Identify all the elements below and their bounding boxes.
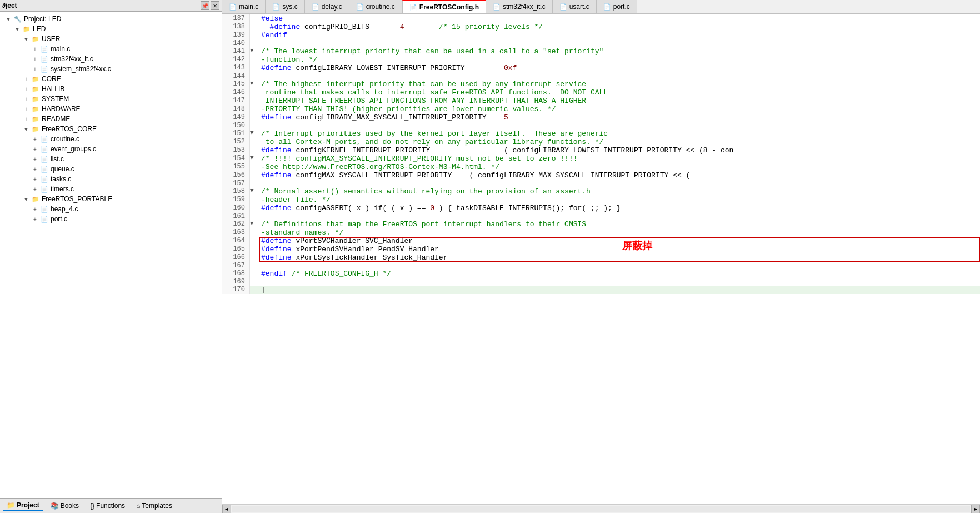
fold-154[interactable]: ▼ bbox=[250, 155, 258, 163]
tree-item-core[interactable]: + 📁 CORE bbox=[0, 74, 222, 84]
tabs-bar: 📄 main.c 📄 sys.c 📄 delay.c 📄 croutine.c … bbox=[222, 0, 980, 14]
tab-books[interactable]: 📚 Books bbox=[47, 500, 82, 511]
code-line-145: /* The highest interrupt priority that c… bbox=[258, 80, 980, 88]
line-num-152: 152 bbox=[222, 138, 250, 146]
expander-led[interactable]: ▼ bbox=[13, 25, 21, 33]
expander-hallib[interactable]: + bbox=[22, 85, 30, 93]
tree-item-system-stm32f4xx-c[interactable]: + 📄 system_stm32f4xx.c bbox=[0, 64, 222, 74]
code-line-157 bbox=[258, 180, 980, 187]
tree-item-hardware[interactable]: + 📁 HARDWARE bbox=[0, 104, 222, 114]
tree-item-hallib[interactable]: + 📁 HALLIB bbox=[0, 84, 222, 94]
expander-stm32f4xx-it-c[interactable]: + bbox=[31, 55, 39, 63]
code-row-146: 146 routine that makes calls to interrup… bbox=[222, 88, 980, 97]
tab-usart-c[interactable]: 📄 usart.c bbox=[553, 0, 597, 13]
line-num-158: 158 bbox=[222, 187, 250, 196]
fold-151[interactable]: ▼ bbox=[250, 130, 258, 138]
expander-queue-c[interactable]: + bbox=[31, 165, 39, 173]
left-panel-header: ∂ject 📌 ✕ bbox=[0, 0, 222, 12]
expander-croutine-c[interactable]: + bbox=[31, 135, 39, 143]
expander-system-stm32f4xx-c[interactable]: + bbox=[31, 65, 39, 73]
folder-icon-led: 📁 bbox=[22, 24, 31, 33]
tab-stm32f4xx-it-c[interactable]: 📄 stm32f4xx_it.c bbox=[486, 0, 553, 13]
code-line-147: INTERRUPT SAFE FREERTOS API FUNCTIONS FR… bbox=[258, 97, 980, 105]
tree-item-led[interactable]: ▼ 📁 LED bbox=[0, 24, 222, 34]
tab-templates[interactable]: ⌂ Templates bbox=[133, 500, 176, 511]
expander-hardware[interactable]: + bbox=[22, 105, 30, 113]
tab-port-c[interactable]: 📄 port.c bbox=[597, 0, 637, 13]
tab-project[interactable]: 📁 Project bbox=[3, 500, 43, 511]
tree-label-tasks-c: tasks.c bbox=[51, 175, 71, 183]
line-num-163: 163 bbox=[222, 228, 250, 237]
expander-readme[interactable]: + bbox=[22, 115, 30, 123]
code-line-144 bbox=[258, 72, 980, 80]
tree-item-main-c[interactable]: + 📄 main.c bbox=[0, 44, 222, 54]
expander-timers-c[interactable]: + bbox=[31, 185, 39, 193]
tab-label-freertosconfig-h: FreeRTOSConfig.h bbox=[419, 3, 479, 11]
tree-item-event-groups-c[interactable]: + 📄 event_groups.c bbox=[0, 144, 222, 154]
folder-icon-freertos-portable: 📁 bbox=[31, 195, 40, 203]
expander-core[interactable]: + bbox=[22, 75, 30, 83]
tree-item-stm32f4xx-it-c[interactable]: + 📄 stm32f4xx_it.c bbox=[0, 54, 222, 64]
tree-item-croutine-c[interactable]: + 📄 croutine.c bbox=[0, 134, 222, 144]
tree-item-readme[interactable]: + 📁 README bbox=[0, 114, 222, 124]
tree-item-queue-c[interactable]: + 📄 queue.c bbox=[0, 164, 222, 174]
file-icon-stm32f4xx-it-c: 📄 bbox=[40, 54, 49, 63]
code-row-155: 155 -See http://www.FreeRTOS.org/RTOS-Co… bbox=[222, 163, 980, 171]
functions-tab-label: Functions bbox=[96, 502, 125, 510]
expander-tasks-c[interactable]: + bbox=[31, 175, 39, 183]
tree-item-project-led[interactable]: ▼ 🔧 Project: LED bbox=[0, 14, 222, 24]
tree-item-freertos-portable[interactable]: ▼ 📁 FreeRTOS_PORTABLE bbox=[0, 194, 222, 204]
scroll-left-arrow[interactable]: ◀ bbox=[222, 505, 231, 514]
fold-158[interactable]: ▼ bbox=[250, 187, 258, 196]
project-tab-icon: 📁 bbox=[7, 501, 15, 509]
expander-system[interactable]: + bbox=[22, 95, 30, 103]
expander-freertos-core[interactable]: ▼ bbox=[22, 125, 30, 133]
project-tab-label: Project bbox=[17, 501, 39, 509]
line-num-161: 161 bbox=[222, 212, 250, 220]
expander-heap-4-c[interactable]: + bbox=[31, 205, 39, 213]
tree-item-system[interactable]: + 📁 SYSTEM bbox=[0, 94, 222, 104]
expander-main-c[interactable]: + bbox=[31, 45, 39, 53]
fold-138 bbox=[250, 23, 258, 31]
expander-event-groups-c[interactable]: + bbox=[31, 145, 39, 153]
fold-141[interactable]: ▼ bbox=[250, 47, 258, 56]
code-area[interactable]: 137 #else 138 #define configPRIO_BITS 4 … bbox=[222, 14, 980, 504]
expander-project-led[interactable]: ▼ bbox=[4, 15, 12, 23]
tab-freertosconfig-h[interactable]: 📄 FreeRTOSConfig.h bbox=[402, 0, 486, 14]
tree-item-timers-c[interactable]: + 📄 timers.c bbox=[0, 184, 222, 194]
tree-item-port-c[interactable]: + 📄 port.c bbox=[0, 214, 222, 224]
horizontal-scrollbar[interactable]: ◀ ▶ bbox=[222, 504, 980, 513]
tab-delay-c[interactable]: 📄 delay.c bbox=[305, 0, 349, 13]
fold-159 bbox=[250, 196, 258, 204]
scroll-right-arrow[interactable]: ▶ bbox=[971, 505, 980, 514]
tab-croutine-c[interactable]: 📄 croutine.c bbox=[349, 0, 402, 13]
expander-port-c[interactable]: + bbox=[31, 215, 39, 223]
fold-165 bbox=[250, 245, 258, 253]
tree-label-heap-4-c: heap_4.c bbox=[51, 205, 78, 213]
tab-sys-c[interactable]: 📄 sys.c bbox=[266, 0, 304, 13]
code-row-159: 159 -header file. */ bbox=[222, 196, 980, 204]
tree-item-tasks-c[interactable]: + 📄 tasks.c bbox=[0, 174, 222, 184]
expander-user[interactable]: ▼ bbox=[22, 35, 30, 43]
file-tab-icon-freertosconfig-h: 📄 bbox=[409, 4, 417, 11]
expander-freertos-portable[interactable]: ▼ bbox=[22, 195, 30, 203]
tab-functions[interactable]: {} Functions bbox=[87, 500, 128, 511]
code-row-164: 164 #define vPortSVCHandler SVC_Handler bbox=[222, 237, 980, 245]
tree-item-list-c[interactable]: + 📄 list.c bbox=[0, 154, 222, 164]
line-num-149: 149 bbox=[222, 113, 250, 122]
scroll-track[interactable] bbox=[232, 506, 970, 512]
tree-item-user[interactable]: ▼ 📁 USER bbox=[0, 34, 222, 44]
close-panel-icon[interactable]: ✕ bbox=[211, 1, 219, 10]
pin-icon[interactable]: 📌 bbox=[201, 1, 209, 10]
tree-item-freertos-core[interactable]: ▼ 📁 FreeRTOS_CORE bbox=[0, 124, 222, 134]
tree-item-heap-4-c[interactable]: + 📄 heap_4.c bbox=[0, 204, 222, 214]
fold-160 bbox=[250, 204, 258, 212]
fold-162[interactable]: ▼ bbox=[250, 220, 258, 228]
code-line-166: #define xPortSysTickHandler SysTick_Hand… bbox=[258, 253, 980, 262]
tab-main-c[interactable]: 📄 main.c bbox=[222, 0, 266, 13]
fold-145[interactable]: ▼ bbox=[250, 80, 258, 88]
line-num-167: 167 bbox=[222, 262, 250, 270]
code-row-156: 156 #define configMAX_SYSCALL_INTERRUPT_… bbox=[222, 171, 980, 180]
code-row-147: 147 INTERRUPT SAFE FREERTOS API FUNCTION… bbox=[222, 97, 980, 105]
expander-list-c[interactable]: + bbox=[31, 155, 39, 163]
